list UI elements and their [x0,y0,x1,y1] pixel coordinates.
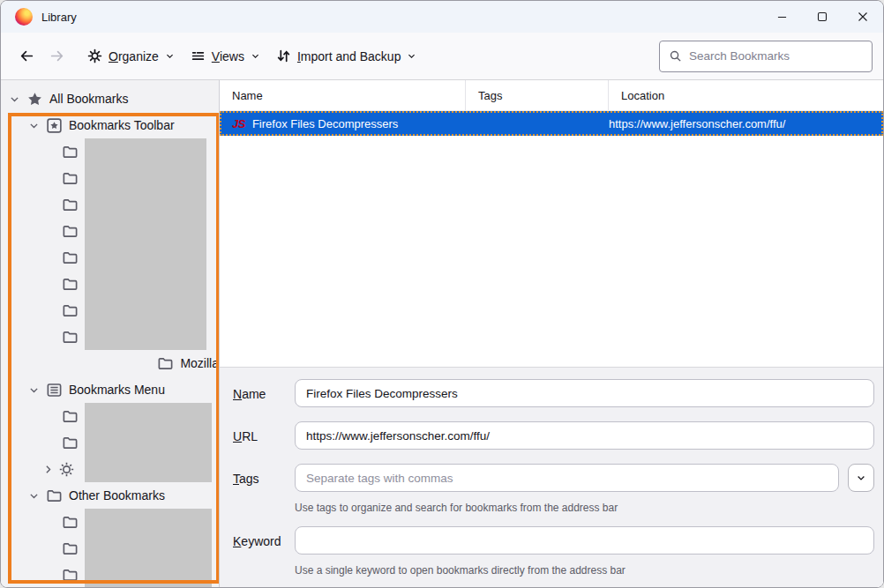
name-field-label: Name [233,387,266,401]
sidebar-folder-redacted[interactable] [1,218,219,244]
gear-icon [87,48,102,63]
folder-icon [62,567,79,584]
close-button[interactable] [843,1,883,33]
sidebar-folder-redacted[interactable] [1,138,219,165]
import-backup-menu-button[interactable]: Import and Backup [276,48,417,63]
chevron-down-icon[interactable] [28,120,40,131]
sidebar-folder-redacted[interactable] [1,562,219,587]
chevron-right-icon[interactable] [42,464,54,475]
tags-field[interactable] [295,464,839,492]
url-field[interactable] [295,421,874,450]
gear-icon [58,461,75,478]
import-backup-label: Import and Backup [297,49,401,63]
redacted-label [85,165,206,191]
sidebar-item-label: Bookmarks Toolbar [69,118,175,132]
redacted-label [85,562,212,587]
chevron-down-icon[interactable] [28,384,40,396]
search-icon [669,49,682,63]
search-bookmarks-box[interactable] [659,41,873,72]
name-field[interactable] [295,379,874,407]
table-empty-area [220,136,883,367]
library-window: Library Organize Views Import and Backup [0,0,884,588]
folder-icon [62,329,79,346]
folder-icon [62,302,79,319]
bookmark-name-cell: JS Firefox Files Decompressers [221,117,466,130]
tags-dropdown-button[interactable] [848,464,874,492]
redacted-label [85,535,212,562]
site-favicon: JS [232,117,245,130]
sidebar-item-other-bookmarks[interactable]: Other Bookmarks [1,482,219,509]
title-bar: Library [1,1,883,33]
views-menu-button[interactable]: Views [191,48,260,63]
sidebar-item-label: Bookmarks Menu [69,383,165,397]
redacted-label [85,191,206,218]
bookmarks-main-panel: Name Tags Location JS Firefox Files Deco… [220,80,883,587]
folder-icon [157,355,174,372]
sidebar-folder-redacted[interactable] [1,244,219,271]
sidebar-folder-redacted[interactable] [1,165,219,191]
chevron-down-icon [165,51,175,61]
tags-hint-text: Use tags to organize and search for book… [295,502,618,514]
column-header-name[interactable]: Name [220,80,466,110]
tags-field-label: Tags [233,472,259,486]
content-area: All Bookmarks Bookmarks Toolbar Mozilla [1,80,883,587]
keyword-field[interactable] [295,526,874,555]
sidebar-folder-redacted[interactable] [1,191,219,218]
folder-icon [62,223,79,240]
organize-menu-button[interactable]: Organize [87,48,175,63]
back-arrow-icon [19,48,34,63]
sidebar-folder-redacted[interactable] [1,509,219,535]
column-header-tags[interactable]: Tags [466,80,609,110]
library-toolbar: Organize Views Import and Backup [1,33,883,80]
maximize-button[interactable] [802,1,843,33]
bookmark-details-pane: Name URL Tags Use tags to organize and s… [220,367,883,587]
back-button[interactable] [11,41,41,71]
sidebar-folder-redacted[interactable] [1,429,219,456]
forward-arrow-icon [49,48,64,63]
folder-icon [62,435,79,451]
sidebar-folder-redacted-expandable[interactable] [1,456,219,482]
sidebar-folder-redacted[interactable] [1,535,219,562]
folder-icon [46,488,63,504]
firefox-logo-icon [15,8,33,26]
redacted-label [85,403,212,429]
sidebar-item-label: Other Bookmarks [69,488,165,502]
sidebar-folder-redacted[interactable] [1,297,219,324]
folder-icon [62,276,79,293]
folder-icon [62,249,79,266]
sidebar-item-bookmarks-menu[interactable]: Bookmarks Menu [1,376,219,403]
table-row-selected[interactable]: JS Firefox Files Decompressers https://w… [220,111,883,136]
folder-icon [62,197,79,213]
sidebar-folder-mozilla[interactable]: Mozilla [1,350,219,376]
chevron-down-icon[interactable] [28,490,40,502]
redacted-label [85,456,212,482]
sidebar-item-all-bookmarks[interactable]: All Bookmarks [1,86,219,112]
sidebar-folder-redacted[interactable] [1,324,219,350]
chevron-down-icon[interactable] [9,93,20,105]
column-header-location[interactable]: Location [609,80,883,110]
bookmarks-menu-icon [46,382,63,398]
chevron-down-icon [856,473,866,483]
sidebar-item-label: Mozilla [180,356,219,370]
folder-icon [62,408,79,425]
window-title: Library [41,11,77,24]
organize-label: Organize [109,49,159,63]
minimize-button[interactable] [761,1,802,33]
forward-button[interactable] [41,41,71,71]
redacted-label [85,218,206,244]
bookmarks-toolbar-icon [46,117,63,134]
redacted-label [85,297,206,324]
chevron-down-icon [251,51,260,61]
sidebar-folder-redacted[interactable] [1,271,219,297]
redacted-label [85,429,212,456]
search-input[interactable] [689,49,863,63]
redacted-label [85,509,212,535]
folder-icon [62,540,79,557]
bookmark-location-cell: https://www.jeffersonscher.com/ffu/ [609,117,881,130]
redacted-label [85,244,206,271]
keyword-field-label: Keyword [233,534,281,548]
sidebar-item-bookmarks-toolbar[interactable]: Bookmarks Toolbar [1,112,219,138]
bookmarks-tree-sidebar: All Bookmarks Bookmarks Toolbar Mozilla [1,80,220,587]
chevron-down-icon [407,51,416,61]
sidebar-folder-redacted[interactable] [1,403,219,429]
